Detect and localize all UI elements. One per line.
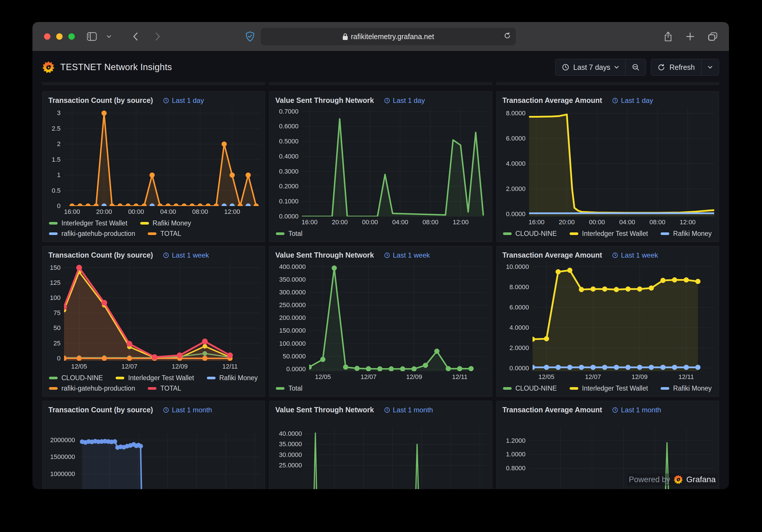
- y-tick-label: 0.7000: [274, 108, 298, 115]
- zoom-window-button[interactable]: [68, 33, 75, 40]
- x-axis: 16:0020:0000:0004:0008:0012:00: [302, 216, 487, 226]
- panel-time-link[interactable]: Last 1 month: [384, 406, 433, 414]
- legend-label: Rafiki Money: [673, 385, 712, 392]
- x-tick-label: 00:00: [128, 208, 144, 216]
- close-window-button[interactable]: [44, 33, 50, 40]
- forward-icon[interactable]: [155, 32, 161, 41]
- time-range-button[interactable]: Last 7 days: [556, 59, 626, 75]
- y-tick-label: 400.0000: [274, 263, 306, 270]
- browser-window: rafikitelemetry.grafana.net: [33, 22, 729, 489]
- refresh-interval-button[interactable]: [701, 59, 719, 75]
- address-bar[interactable]: rafikitelemetry.grafana.net: [261, 28, 516, 45]
- minimize-window-button[interactable]: [56, 33, 63, 40]
- x-tick-label: 08:00: [192, 208, 208, 216]
- panel-time-link[interactable]: Last 1 week: [384, 251, 430, 259]
- reload-icon[interactable]: [503, 32, 511, 41]
- legend-chip-icon: [503, 387, 512, 390]
- panel-header: Transaction Average AmountLast 1 month: [501, 405, 714, 414]
- legend-item[interactable]: Interledger Test Wallet: [115, 374, 194, 382]
- legend-label: rafiki-gatehub-production: [61, 230, 135, 238]
- panel-time-label: Last 1 week: [393, 251, 430, 259]
- x-tick-label: 00:00: [589, 218, 605, 226]
- panel-time-link[interactable]: Last 1 week: [612, 251, 658, 259]
- y-tick-label: 50.0000: [274, 353, 306, 360]
- sidebar-icon[interactable]: [87, 32, 97, 41]
- panel-time-link[interactable]: Last 1 day: [612, 97, 653, 105]
- panel-title: Transaction Average Amount: [502, 96, 602, 105]
- legend: Interledger Test WalletRafiki Moneyrafik…: [47, 216, 260, 238]
- x-tick-label: 20:00: [96, 208, 112, 216]
- legend-item[interactable]: Interledger Test Wallet: [49, 219, 127, 227]
- y-tick-label: 0.0000: [501, 364, 529, 372]
- clock-icon: [562, 63, 569, 71]
- refresh-button[interactable]: Refresh: [651, 59, 701, 75]
- x-axis: 12/0512/0712/0912/11: [533, 371, 714, 381]
- legend: CLOUD-NINEInterledger Test WalletRafiki …: [501, 226, 714, 238]
- x-axis: 12/0512/0712/0912/11: [64, 361, 260, 371]
- legend-item[interactable]: CLOUD-NINE: [503, 385, 557, 392]
- legend-item[interactable]: CLOUD-NINE: [503, 230, 557, 238]
- legend-item[interactable]: Interledger Test Wallet: [570, 385, 648, 392]
- legend-item[interactable]: Rafiki Money: [140, 219, 191, 227]
- panel-time-link[interactable]: Last 1 day: [163, 97, 204, 105]
- legend-chip-icon: [207, 377, 216, 379]
- y-tick-label: 350.0000: [274, 276, 306, 283]
- share-icon[interactable]: [664, 32, 672, 41]
- panel-header: Transaction Count (by source)Last 1 week: [47, 250, 260, 259]
- panel-header: Transaction Average AmountLast 1 week: [501, 250, 714, 259]
- panel-time-link[interactable]: Last 1 month: [612, 406, 661, 414]
- panel-time-label: Last 1 day: [621, 97, 653, 105]
- legend-chip-icon: [140, 222, 149, 225]
- tab-overview-icon[interactable]: [708, 32, 718, 41]
- legend-item[interactable]: rafiki-gatehub-production: [49, 385, 135, 392]
- chart-svg: [309, 262, 487, 371]
- legend-item[interactable]: Rafiki Money: [207, 374, 258, 382]
- panel-time-link[interactable]: Last 1 month: [163, 406, 212, 414]
- legend-item[interactable]: Rafiki Money: [660, 230, 712, 238]
- panel-time-label: Last 1 month: [621, 406, 661, 414]
- legend-label: CLOUD-NINE: [515, 230, 557, 238]
- legend-item[interactable]: TOTAL: [148, 230, 181, 238]
- zoom-out-time-button[interactable]: [625, 59, 646, 75]
- legend-item[interactable]: CLOUD-NINE: [49, 374, 103, 382]
- legend-chip-icon: [49, 387, 58, 390]
- x-tick-label: 12/09: [632, 373, 648, 381]
- legend-item[interactable]: rafiki-gatehub-production: [49, 230, 135, 238]
- panel-title: Transaction Count (by source): [48, 251, 153, 259]
- legend: CLOUD-NINEInterledger Test WalletRafiki …: [501, 381, 714, 393]
- legend-item[interactable]: Total: [276, 230, 302, 238]
- new-tab-icon[interactable]: [686, 33, 694, 40]
- sidebar-chevron-icon[interactable]: [107, 35, 111, 38]
- legend-chip-icon: [49, 377, 58, 379]
- chart-svg: [64, 262, 260, 361]
- legend-chip-icon: [570, 387, 578, 390]
- y-tick-label: 0.6000: [274, 122, 298, 130]
- x-tick-label: 12/11: [222, 363, 238, 370]
- panel-time-link[interactable]: Last 1 week: [163, 251, 209, 259]
- legend-chip-icon: [148, 232, 156, 235]
- legend-item[interactable]: TOTAL: [148, 385, 181, 392]
- panel-4: Transaction Count (by source)Last 1 week…: [42, 246, 265, 397]
- privacy-shield-icon[interactable]: [246, 31, 254, 42]
- panel-chart: 8.00006.00004.00002.00000.0000: [501, 107, 714, 216]
- url-text: rafikitelemetry.grafana.net: [351, 33, 434, 41]
- legend-item[interactable]: Interledger Test Wallet: [570, 230, 648, 238]
- powered-by-grafana[interactable]: Powered by Grafana: [627, 474, 718, 486]
- x-tick-label: 16:00: [528, 218, 544, 226]
- panel-time-link[interactable]: Last 1 day: [384, 97, 425, 105]
- y-tick-label: 0.8000: [501, 465, 526, 472]
- back-icon[interactable]: [133, 32, 138, 41]
- legend-label: Interledger Test Wallet: [582, 385, 648, 392]
- y-axis: 8.00006.00004.00002.00000.0000: [501, 107, 529, 216]
- legend-chip-icon: [660, 232, 669, 235]
- panel-header: Value Sent Through NetworkLast 1 month: [274, 405, 487, 414]
- legend-label: TOTAL: [160, 230, 181, 238]
- panel-title: Transaction Count (by source): [48, 406, 153, 414]
- y-tick-label: 2.0000: [501, 344, 529, 352]
- y-tick-label: 0.5: [47, 187, 60, 194]
- scrolled-panel-stubs: [42, 82, 719, 85]
- legend-item[interactable]: Rafiki Money: [660, 385, 712, 392]
- legend-item[interactable]: Total: [276, 385, 302, 392]
- x-tick-label: 12/11: [679, 373, 694, 381]
- x-tick-label: 12/09: [172, 363, 188, 370]
